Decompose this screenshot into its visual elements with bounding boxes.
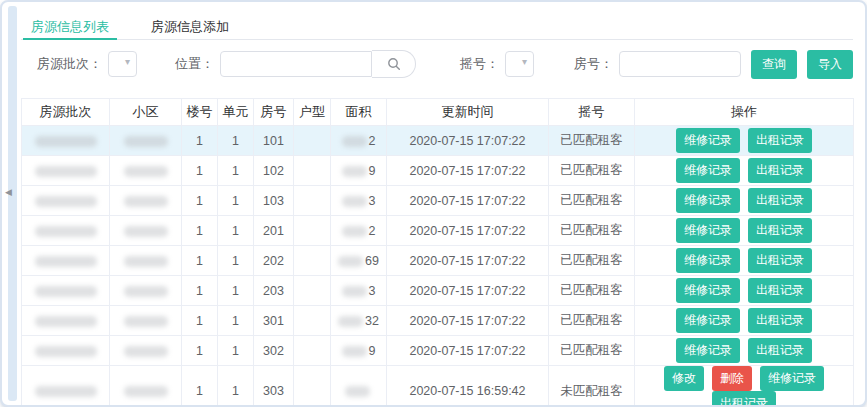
- redacted-text: [345, 386, 370, 397]
- column-header: 房号: [254, 99, 294, 126]
- area-cell: 9: [331, 336, 387, 366]
- repair-record-button[interactable]: 维修记录: [676, 188, 740, 213]
- room-cell: 103: [254, 186, 294, 216]
- repair-record-button[interactable]: 维修记录: [676, 158, 740, 183]
- window: ◀ 房源信息列表 房源信息添加 房源批次： ▾ 位置： 摇号：: [0, 0, 867, 407]
- updated-cell: 2020-07-15 17:07:22: [387, 306, 549, 336]
- unit-cell: 1: [218, 276, 254, 306]
- rental-record-button[interactable]: 出租记录: [712, 391, 776, 407]
- building-cell: 1: [182, 306, 218, 336]
- updated-cell: 2020-07-15 17:07:22: [387, 276, 549, 306]
- delete-button[interactable]: 删除: [712, 366, 752, 391]
- repair-record-button[interactable]: 维修记录: [760, 366, 824, 391]
- area-cell: 3: [331, 276, 387, 306]
- updated-cell: 2020-07-15 17:07:22: [387, 126, 549, 156]
- repair-record-button[interactable]: 维修记录: [676, 308, 740, 333]
- repair-record-button[interactable]: 维修记录: [676, 218, 740, 243]
- batch-cell: [22, 306, 110, 336]
- main-content: 房源信息列表 房源信息添加 房源批次： ▾ 位置： 摇号： ▾: [21, 8, 853, 399]
- building-cell: 1: [182, 276, 218, 306]
- repair-record-button[interactable]: 维修记录: [676, 128, 740, 153]
- lottery-cell: 已匹配租客: [549, 156, 635, 186]
- repair-record-button[interactable]: 维修记录: [676, 278, 740, 303]
- rental-record-button[interactable]: 出租记录: [748, 338, 812, 363]
- area-cell: 9: [331, 156, 387, 186]
- redacted-text: [124, 256, 168, 267]
- house-type-cell: [294, 156, 331, 186]
- area-visible-digits: 9: [369, 164, 376, 178]
- updated-cell: 2020-07-15 17:07:22: [387, 246, 549, 276]
- tab-house-info-add[interactable]: 房源信息添加: [143, 14, 237, 39]
- table-row[interactable]: 11202692020-07-15 17:07:22已匹配租客维修记录出租记录: [22, 246, 854, 276]
- redacted-text: [124, 286, 168, 297]
- area-cell: 69: [331, 246, 387, 276]
- redacted-text: [342, 166, 367, 177]
- redacted-text: [35, 316, 97, 327]
- import-button[interactable]: 导入: [807, 50, 853, 79]
- building-cell: 1: [182, 156, 218, 186]
- redacted-text: [124, 166, 168, 177]
- rental-record-button[interactable]: 出租记录: [748, 248, 812, 273]
- table-row[interactable]: 1120122020-07-15 17:07:22已匹配租客维修记录出租记录: [22, 216, 854, 246]
- collapse-sidebar-icon[interactable]: ◀: [5, 188, 12, 197]
- table-row[interactable]: 11301322020-07-15 17:07:22已匹配租客维修记录出租记录: [22, 306, 854, 336]
- table-row[interactable]: 1110332020-07-15 17:07:22已匹配租客维修记录出租记录: [22, 186, 854, 216]
- table-row[interactable]: 113032020-07-15 16:59:42未匹配租客修改删除维修记录出租记…: [22, 366, 854, 407]
- batch-filter-select[interactable]: ▾: [108, 51, 137, 77]
- lottery-cell: 已匹配租客: [549, 276, 635, 306]
- table-row[interactable]: 1110122020-07-15 17:07:22已匹配租客维修记录出租记录: [22, 126, 854, 156]
- redacted-text: [342, 286, 367, 297]
- rental-record-button[interactable]: 出租记录: [748, 188, 812, 213]
- query-button[interactable]: 查询: [751, 50, 797, 79]
- area-cell: 3: [331, 186, 387, 216]
- room-number-filter-label: 房号：: [574, 55, 613, 73]
- house-type-cell: [294, 186, 331, 216]
- tab-bar: 房源信息列表 房源信息添加: [21, 8, 853, 40]
- redacted-text: [35, 226, 97, 237]
- community-cell: [110, 216, 182, 246]
- sidebar-collapse-strip[interactable]: [8, 6, 17, 401]
- repair-record-button[interactable]: 维修记录: [676, 338, 740, 363]
- redacted-text: [342, 346, 367, 357]
- lottery-cell: 未匹配租客: [549, 366, 635, 407]
- rental-record-button[interactable]: 出租记录: [748, 218, 812, 243]
- redacted-text: [35, 166, 97, 177]
- redacted-text: [338, 316, 363, 327]
- repair-record-button[interactable]: 维修记录: [676, 248, 740, 273]
- column-header: 房源批次: [22, 99, 110, 126]
- community-cell: [110, 126, 182, 156]
- redacted-text: [35, 386, 97, 397]
- location-search-button[interactable]: [372, 50, 416, 78]
- unit-cell: 1: [218, 156, 254, 186]
- tab-house-info-list[interactable]: 房源信息列表: [23, 14, 117, 40]
- lottery-filter-select[interactable]: ▾: [505, 51, 534, 77]
- community-cell: [110, 306, 182, 336]
- rental-record-button[interactable]: 出租记录: [748, 128, 812, 153]
- room-cell: 302: [254, 336, 294, 366]
- table-row[interactable]: 1130292020-07-15 17:07:22已匹配租客维修记录出租记录: [22, 336, 854, 366]
- redacted-text: [342, 136, 367, 147]
- column-header: 户型: [294, 99, 331, 126]
- house-type-cell: [294, 336, 331, 366]
- area-cell: 2: [331, 216, 387, 246]
- batch-cell: [22, 246, 110, 276]
- area-visible-digits: 69: [365, 254, 379, 268]
- rental-record-button[interactable]: 出租记录: [748, 158, 812, 183]
- batch-cell: [22, 186, 110, 216]
- table-row[interactable]: 1110292020-07-15 17:07:22已匹配租客维修记录出租记录: [22, 156, 854, 186]
- actions-cell: 维修记录出租记录: [635, 306, 854, 336]
- area-visible-digits: 32: [365, 314, 379, 328]
- actions-cell: 修改删除维修记录出租记录: [635, 366, 854, 407]
- lottery-cell: 已匹配租客: [549, 126, 635, 156]
- redacted-text: [342, 226, 367, 237]
- chevron-down-icon: ▾: [125, 56, 130, 67]
- column-header: 单元: [218, 99, 254, 126]
- actions-cell: 维修记录出租记录: [635, 246, 854, 276]
- table-row[interactable]: 1120332020-07-15 17:07:22已匹配租客维修记录出租记录: [22, 276, 854, 306]
- updated-cell: 2020-07-15 17:07:22: [387, 156, 549, 186]
- rental-record-button[interactable]: 出租记录: [748, 278, 812, 303]
- edit-button[interactable]: 修改: [664, 366, 704, 391]
- rental-record-button[interactable]: 出租记录: [748, 308, 812, 333]
- room-number-input[interactable]: [619, 51, 741, 77]
- location-input[interactable]: [220, 51, 372, 77]
